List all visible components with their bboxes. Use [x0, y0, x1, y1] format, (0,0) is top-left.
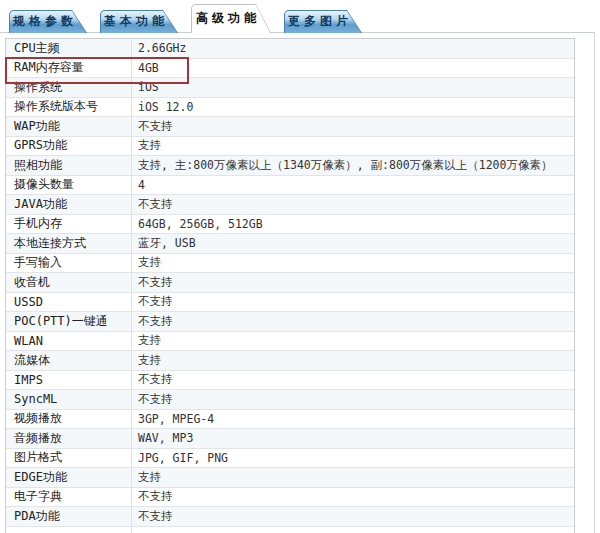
- spec-label: 照相功能: [6, 156, 132, 175]
- table-row: 图片格式JPG, GIF, PNG: [6, 449, 574, 469]
- table-row: 视频播放3GP, MPEG-4: [6, 410, 574, 430]
- table-row: JAVA功能不支持: [6, 195, 574, 215]
- content-panel: CPU主频2.66GHzRAM内存容量4GB操作系统iOS操作系统版本号iOS …: [0, 32, 595, 533]
- spec-label: 图片格式: [6, 449, 132, 468]
- spec-label: GPRS功能: [6, 137, 132, 156]
- spec-value: WAV, MP3: [132, 429, 574, 448]
- table-row: IMPS不支持: [6, 371, 574, 391]
- spec-value: 支持, 主:800万像素以上（1340万像素）, 副:800万像素以上（1200…: [132, 156, 574, 175]
- tab-advanced-features[interactable]: 高级功能: [191, 4, 271, 33]
- table-row: 操作系统版本号iOS 12.0: [6, 98, 574, 118]
- spec-label: 摄像头数量: [6, 176, 132, 195]
- table-row: 操作系统iOS: [6, 78, 574, 98]
- spec-label: 电子字典: [6, 488, 132, 507]
- table-row: 摄像头数量4: [6, 176, 574, 196]
- spec-value: 不支持: [132, 390, 574, 409]
- spec-label: 本地连接方式: [6, 234, 132, 253]
- table-row: 电子字典不支持: [6, 488, 574, 508]
- table-row: GPRS功能支持: [6, 137, 574, 157]
- table-row: WAP功能不支持: [6, 117, 574, 137]
- spec-label: 视频播放: [6, 410, 132, 429]
- spec-value: 4GB: [132, 59, 574, 78]
- table-row-partial: [6, 527, 574, 533]
- table-row: 本地连接方式蓝牙, USB: [6, 234, 574, 254]
- table-row: 流媒体支持: [6, 351, 574, 371]
- spec-label: POC(PTT)一键通: [6, 312, 132, 331]
- spec-value: 蓝牙, USB: [132, 234, 574, 253]
- spec-value: 64GB, 256GB, 512GB: [132, 215, 574, 234]
- table-row: 音频播放WAV, MP3: [6, 429, 574, 449]
- tab-label: 基本功能: [100, 13, 178, 30]
- table-row: 照相功能支持, 主:800万像素以上（1340万像素）, 副:800万像素以上（…: [6, 156, 574, 176]
- tab-label: 高级功能: [192, 10, 270, 27]
- spec-label: 手机内存: [6, 215, 132, 234]
- table-row: 手机内存64GB, 256GB, 512GB: [6, 215, 574, 235]
- spec-label: 手写输入: [6, 254, 132, 273]
- tab-label: 规格参数: [9, 13, 87, 30]
- spec-label: EDGE功能: [6, 468, 132, 487]
- spec-label: IMPS: [6, 371, 132, 390]
- spec-value: iOS 12.0: [132, 98, 574, 117]
- spec-value: 不支持: [132, 371, 574, 390]
- spec-label: 收音机: [6, 273, 132, 292]
- spec-label: RAM内存容量: [6, 59, 132, 78]
- spec-value: 支持: [132, 351, 574, 370]
- spec-table-body: CPU主频2.66GHzRAM内存容量4GB操作系统iOS操作系统版本号iOS …: [5, 38, 575, 533]
- table-row: SyncML不支持: [6, 390, 574, 410]
- spec-value: 支持: [132, 332, 574, 351]
- tab-label: 更多图片: [284, 13, 362, 30]
- table-row: PDA功能不支持: [6, 507, 574, 527]
- spec-value: 不支持: [132, 195, 574, 214]
- spec-value: 不支持: [132, 507, 574, 526]
- spec-value: JPG, GIF, PNG: [132, 449, 574, 468]
- spec-value: 不支持: [132, 312, 574, 331]
- spec-label: PDA功能: [6, 507, 132, 526]
- table-row: USSD不支持: [6, 293, 574, 313]
- tab-bar: 规格参数 基本功能 高级功能 更多图片: [9, 4, 362, 33]
- table-row: WLAN支持: [6, 332, 574, 352]
- spec-value: 不支持: [132, 488, 574, 507]
- spec-label: 流媒体: [6, 351, 132, 370]
- spec-value: 不支持: [132, 117, 574, 136]
- spec-label: 操作系统: [6, 78, 132, 97]
- spec-value: 不支持: [132, 273, 574, 292]
- spec-value: 3GP, MPEG-4: [132, 410, 574, 429]
- spec-label: CPU主频: [6, 39, 132, 58]
- spec-value: 支持: [132, 137, 574, 156]
- spec-label: SyncML: [6, 390, 132, 409]
- spec-value: 不支持: [132, 293, 574, 312]
- spec-value: 支持: [132, 254, 574, 273]
- tab-more-images[interactable]: 更多图片: [284, 10, 362, 33]
- tab-spec-params[interactable]: 规格参数: [9, 10, 87, 33]
- spec-value: 4: [132, 176, 574, 195]
- tab-basic-features[interactable]: 基本功能: [100, 10, 178, 33]
- spec-label: WAP功能: [6, 117, 132, 136]
- spec-value: [132, 527, 574, 533]
- spec-label: JAVA功能: [6, 195, 132, 214]
- table-row: 收音机不支持: [6, 273, 574, 293]
- spec-label: USSD: [6, 293, 132, 312]
- spec-label: WLAN: [6, 332, 132, 351]
- table-row: RAM内存容量4GB: [6, 59, 574, 79]
- spec-value: iOS: [132, 78, 574, 97]
- table-row: POC(PTT)一键通不支持: [6, 312, 574, 332]
- table-row: CPU主频2.66GHz: [6, 39, 574, 59]
- spec-label: [6, 527, 132, 533]
- spec-value: 2.66GHz: [132, 39, 574, 58]
- table-row: EDGE功能支持: [6, 468, 574, 488]
- spec-label: 操作系统版本号: [6, 98, 132, 117]
- spec-value: 支持: [132, 468, 574, 487]
- table-row: 手写输入支持: [6, 254, 574, 274]
- spec-label: 音频播放: [6, 429, 132, 448]
